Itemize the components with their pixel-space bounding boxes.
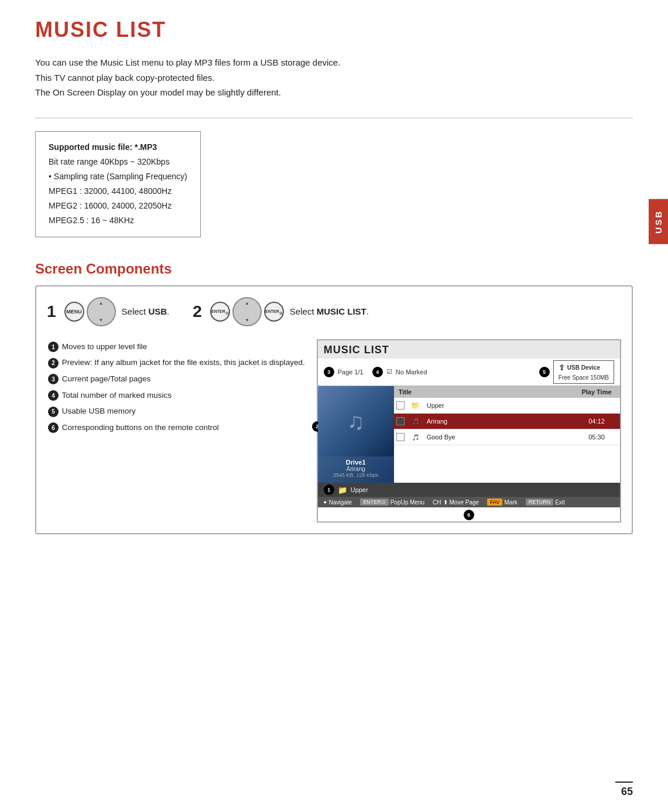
upper-folder-icon: 📁 (338, 486, 347, 494)
music-info-row: 3 Page 1/1 4 ☑ No Marked 5 ⇪ USB Device (318, 359, 620, 386)
music-note-icon: ♫ (347, 408, 365, 435)
desc-item-5: 5 Usable USB memory (47, 404, 305, 419)
folder-icon: 📁 (409, 399, 422, 412)
info-line4: MPEG1 : 32000, 44100, 48000Hz (49, 184, 187, 199)
bottom-line (615, 782, 633, 783)
dpad-up2-icon: ▲ (245, 301, 249, 306)
page-number: 65 (621, 786, 633, 798)
annot-1: 1 (324, 485, 334, 495)
track-name: Arirang (424, 415, 573, 427)
desc-item-1: 1 Moves to upper level file (47, 339, 305, 354)
music-track-list: Title Play Time 📁Upper🎵Arirang04:12🎵Good… (394, 386, 620, 483)
enter-button2[interactable]: ENTER⊙ (264, 302, 284, 322)
dpad-down-icon: ▼ (99, 318, 104, 323)
col-playtime: Play Time (573, 386, 620, 398)
track-row[interactable]: 📁Upper (394, 398, 620, 414)
usb-icon: ⇪ (559, 362, 565, 374)
nav-bar: ✦ Navigate ENTER⊙ PopUp Menu CH ⬆ Move P… (318, 497, 620, 507)
album-art: ♫ (318, 386, 394, 456)
usb-device-badge: ⇪ USB Device Free Space 150MB (553, 360, 614, 384)
desc-item-4: 4 Total number of marked musics (47, 388, 305, 403)
page-info: 3 Page 1/1 4 ☑ No Marked (324, 367, 427, 377)
nav-movepage: CH ⬆ Move Page (433, 499, 479, 506)
annot-6-container: 6 (318, 507, 620, 521)
desc-item-2: 2 Preview: If any album jacket for the f… (47, 355, 305, 370)
return-btn[interactable]: RETURN (526, 499, 554, 506)
music-file-icon: 🎵 (409, 431, 422, 443)
annot-3: 3 (324, 367, 334, 377)
music-list-title: MUSIC LIST (318, 340, 620, 359)
usb-device-label: USB Device (567, 363, 600, 372)
nav-navigate: ✦ Navigate (323, 499, 352, 506)
upper-label: Upper (351, 486, 368, 493)
step2-label: Select MUSIC LIST. (290, 306, 369, 316)
track-checkbox[interactable] (396, 433, 405, 441)
fav-btn[interactable]: FAV (487, 499, 502, 506)
description-list: 1 Moves to upper level file2 Preview: If… (47, 339, 305, 523)
drive-label: Drive1 (346, 456, 366, 466)
main-area: 1 Moves to upper level file2 Preview: If… (47, 339, 621, 523)
intro-line1: You can use the Music List menu to play … (35, 55, 633, 70)
section-title: Screen Components (35, 261, 633, 277)
track-time (573, 403, 620, 408)
info-line2: Bit rate range 40Kbps ~ 320Kbps (49, 155, 187, 169)
annot-5: 5 (539, 367, 550, 377)
menu-button[interactable]: MENU (64, 302, 84, 322)
track-row[interactable]: 🎵Arirang04:12 (394, 414, 620, 429)
step2-number: 2 (193, 302, 202, 321)
nav-exit: RETURN Exit (526, 499, 565, 506)
screen-demo: 1 MENU ▲ ▼ Select USB. 2 ENTER⊙ (35, 285, 633, 535)
step1-dpad: ▲ ▼ (87, 297, 116, 326)
step2-remote: ENTER⊙ ▲ ▼ ENTER⊙ (210, 297, 284, 326)
dpad-up-icon: ▲ (99, 301, 104, 306)
step1: 1 MENU ▲ ▼ Select USB. (47, 297, 169, 326)
check-icon: ☑ (386, 368, 392, 376)
track-header: Title Play Time (394, 386, 620, 398)
step1-number: 1 (47, 302, 56, 321)
navigate-label: Navigate (329, 499, 352, 506)
music-list-body: 2 ♫ Drive1 Arirang 3945 KB, 128 Kbps Tit… (318, 385, 620, 483)
nav-popup: ENTER⊙ PopUp Menu (360, 499, 424, 506)
sub-label: Arirang (347, 466, 365, 472)
page-title: MUSIC LIST (35, 18, 633, 42)
enter-button1[interactable]: ENTER⊙ (210, 302, 230, 322)
track-checkbox[interactable] (396, 417, 405, 425)
track-name: Upper (424, 400, 573, 411)
popup-label: PopUp Menu (390, 499, 424, 506)
track-row[interactable]: 🎵Good Bye05:30 (394, 429, 620, 445)
intro-line2: This TV cannot play back copy-protected … (35, 70, 633, 86)
intro-line3: The On Screen Display on your model may … (35, 85, 633, 100)
mark-label: Mark (504, 499, 517, 506)
track-time: 04:12 (573, 415, 620, 427)
enter-nav-btn[interactable]: ENTER⊙ (360, 499, 389, 506)
step2: 2 ENTER⊙ ▲ ▼ ENTER⊙ Select MUSIC LIST. (193, 297, 369, 326)
movepage-label: Move Page (450, 499, 479, 506)
music-file-icon: 🎵 (409, 415, 422, 428)
desc-item-3: 3 Current page/Total pages (47, 371, 305, 387)
desc-item-6: 6 Corresponding buttons on the remote co… (47, 420, 305, 435)
info-line6: MPEG2.5 : 16 ~ 48KHz (49, 213, 187, 228)
upper-bar: 1 📁 Upper (318, 483, 620, 497)
col-title: Title (394, 386, 573, 398)
usb-tab: USB (649, 199, 668, 244)
exit-label: Exit (555, 499, 565, 506)
album-preview: 2 ♫ Drive1 Arirang 3945 KB, 128 Kbps (318, 386, 394, 483)
info-line5: MPEG2 : 16000, 24000, 22050Hz (49, 199, 187, 213)
info-box: Supported music file: *.MP3 Bit rate ran… (35, 131, 201, 237)
step1-remote: MENU ▲ ▼ (64, 297, 116, 326)
step1-label: Select USB. (122, 306, 170, 316)
divider (35, 118, 633, 118)
track-name: Good Bye (424, 431, 573, 443)
navigate-icon: ✦ (323, 499, 327, 506)
nav-mark: FAV Mark (487, 499, 518, 506)
ch-icon: CH (433, 499, 441, 506)
music-ui: MUSIC LIST 3 Page 1/1 4 ☑ No Marked 5 (317, 339, 621, 523)
info-line3: • Sampling rate (Sampling Frequency) (49, 169, 187, 184)
track-checkbox[interactable] (396, 401, 405, 410)
info-title: Supported music file: *.MP3 (49, 140, 187, 155)
steps-row: 1 MENU ▲ ▼ Select USB. 2 ENTER⊙ (47, 297, 621, 326)
step2-dpad: ▲ ▼ (232, 297, 262, 326)
ch-arrows: ⬆ (443, 499, 448, 506)
page-display: Page 1/1 (338, 369, 364, 376)
kb-info: 3945 KB, 128 Kbps (333, 472, 379, 480)
